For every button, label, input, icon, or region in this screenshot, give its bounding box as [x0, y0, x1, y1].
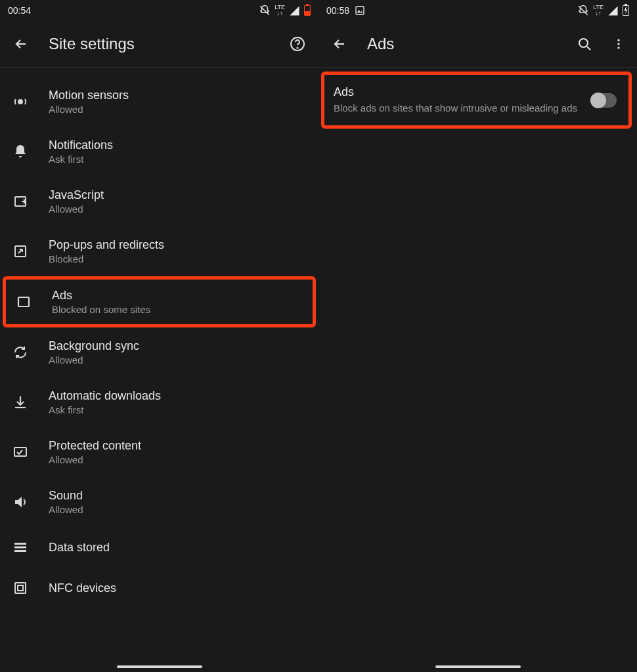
svg-rect-13 [356, 7, 364, 14]
svg-point-3 [18, 100, 22, 104]
ads-toggle-switch[interactable] [590, 93, 617, 108]
setting-row-notifications[interactable]: Notifications Ask first [0, 127, 318, 177]
setting-row-popups[interactable]: Pop-ups and redirects Blocked [0, 226, 318, 276]
row-title: JavaScript [49, 188, 104, 202]
status-time: 00:54 [8, 5, 31, 16]
divider [318, 67, 637, 68]
setting-row-javascript[interactable]: JavaScript Allowed [0, 177, 318, 226]
gesture-bar[interactable] [435, 665, 521, 668]
setting-row-background-sync[interactable]: Background sync Allowed [0, 327, 318, 377]
battery-charging-icon [623, 5, 629, 16]
overflow-menu-button[interactable] [612, 35, 625, 53]
row-title: Background sync [49, 339, 139, 353]
status-bar-left: 00:54 LTE↓↑ [0, 0, 318, 21]
page-title: Ads [367, 35, 557, 53]
gesture-bar[interactable] [117, 665, 202, 668]
row-sub: Ask first [49, 404, 161, 415]
status-time: 00:58 [326, 5, 349, 16]
svg-rect-12 [18, 585, 23, 591]
row-sub: Allowed [49, 104, 129, 115]
nfc-icon [12, 579, 29, 597]
signal-icon [289, 5, 300, 16]
row-sub: Blocked [49, 253, 164, 264]
setting-row-data-stored[interactable]: Data stored [0, 527, 318, 568]
ads-toggle-row[interactable]: Ads Block ads on sites that show intrusi… [321, 72, 632, 129]
row-sub: Ask first [49, 154, 113, 165]
svg-rect-10 [14, 550, 26, 552]
page-title: Site settings [49, 35, 270, 53]
svg-rect-9 [14, 547, 26, 549]
downloads-icon [12, 394, 29, 411]
motion-sensors-icon [12, 93, 29, 110]
row-title: Automatic downloads [49, 389, 161, 403]
popups-icon [12, 243, 29, 260]
battery-low-icon [304, 5, 311, 16]
network-lte-label: LTE↓↑ [275, 5, 285, 16]
setting-row-protected-content[interactable]: Protected content Allowed [0, 427, 318, 477]
protected-content-icon [12, 444, 29, 461]
row-sub: Blocked on some sites [52, 304, 150, 315]
app-bar: Ads [318, 21, 637, 67]
notifications-icon [12, 143, 29, 160]
ads-icon [15, 293, 32, 310]
ads-settings-screen: 00:58 LTE↓↑ Ads [318, 0, 637, 672]
site-settings-screen: 00:54 LTE↓↑ Site settings [0, 0, 318, 672]
setting-row-sound[interactable]: Sound Allowed [0, 477, 318, 527]
svg-point-17 [617, 43, 619, 45]
row-sub: Allowed [49, 504, 83, 515]
help-button[interactable] [288, 35, 307, 53]
row-sub: Allowed [49, 203, 104, 215]
setting-row-ads[interactable]: Ads Blocked on some sites [3, 276, 316, 327]
row-title: Notifications [49, 138, 113, 152]
ads-setting-description: Block ads on sites that show intrusive o… [334, 102, 579, 115]
svg-point-16 [617, 39, 619, 41]
search-button[interactable] [575, 35, 594, 53]
back-button[interactable] [12, 35, 30, 53]
background-sync-icon [12, 344, 29, 361]
javascript-icon [12, 193, 29, 210]
svg-point-18 [617, 47, 619, 49]
alarm-off-icon [577, 5, 589, 16]
svg-rect-6 [18, 297, 29, 306]
picture-icon [355, 5, 365, 16]
setting-row-motion-sensors[interactable]: Motion sensors Allowed [0, 77, 318, 127]
svg-rect-8 [14, 543, 26, 545]
row-title: Motion sensors [49, 89, 129, 102]
alarm-off-icon [259, 5, 271, 16]
sound-icon [12, 494, 29, 511]
row-title: Ads [52, 289, 150, 303]
status-bar-right: 00:58 LTE↓↑ [318, 0, 637, 21]
row-title: Pop-ups and redirects [49, 238, 164, 252]
network-lte-label: LTE↓↑ [593, 5, 604, 16]
row-sub: Allowed [49, 454, 141, 465]
back-button[interactable] [330, 35, 349, 53]
svg-rect-11 [15, 583, 26, 593]
data-stored-icon [12, 539, 29, 556]
row-title: Sound [49, 489, 83, 503]
row-title: Data stored [49, 541, 110, 555]
row-title: Protected content [49, 439, 141, 453]
setting-row-automatic-downloads[interactable]: Automatic downloads Ask first [0, 377, 318, 427]
ads-setting-title: Ads [334, 85, 579, 99]
row-title: NFC devices [49, 581, 116, 595]
app-bar: Site settings [0, 21, 318, 67]
row-sub: Allowed [49, 354, 139, 366]
signal-icon [607, 5, 619, 16]
settings-list: Motion sensors Allowed Notifications Ask… [0, 68, 318, 608]
setting-row-nfc[interactable]: NFC devices [0, 568, 318, 608]
svg-point-15 [579, 39, 588, 47]
svg-point-2 [297, 47, 297, 48]
